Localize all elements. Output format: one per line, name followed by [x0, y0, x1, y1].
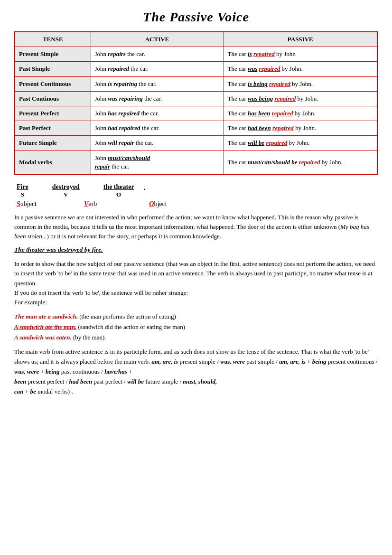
bp-am-are-is: am, are, is [152, 358, 178, 365]
tense-present-continuous: Present Continuous [15, 76, 91, 91]
svo-o-red: O [149, 200, 154, 207]
svo-theater-word: the theater [103, 183, 134, 191]
passive-modal: The car must/can/should be repaired by J… [224, 151, 377, 174]
table-row: Past Perfect John had repaired the car. … [15, 121, 377, 136]
order-explanation: In order to show that the new subject of… [14, 259, 378, 307]
svo-words-row: Fire S destroyed V the theater O . [17, 183, 378, 198]
bp-was-were: was, were [219, 358, 245, 365]
svo-theater: the theater O [103, 183, 134, 198]
table-row: Present Continuous John is repairing the… [15, 76, 377, 91]
ex3-desc: (by the man). [73, 334, 106, 341]
ex3-passive: A sandwich was eaten. [14, 334, 72, 341]
order-text: In order to show that the new subject of… [14, 260, 375, 286]
svo-subject-label: Subject [17, 200, 37, 208]
tense-past-continuous: Past Continous [15, 91, 91, 106]
tense-future-simple: Future Simple [15, 136, 91, 151]
bp-8: modal verbs) . [36, 388, 73, 395]
svo-v-letter: V [52, 191, 80, 198]
svo-period: . [144, 184, 146, 192]
tense-past-simple: Past Simple [15, 62, 91, 76]
ex1-desc: (the man performs the action of eating) [79, 313, 176, 320]
example-1: The man ate a sandwich. (the man perform… [14, 312, 378, 321]
theater-example-line: The theater was destroyed by fire. [14, 246, 378, 254]
col-passive: PASSIVE [224, 32, 377, 47]
bp-being2: + being [40, 368, 59, 375]
bp-had-been: had been [69, 378, 93, 385]
bp-must: must, should, [183, 378, 217, 385]
bp-are2: are, [290, 358, 300, 365]
svo-destroyed: destroyed V [52, 183, 80, 198]
passive-present-perfect: The car has been repaired by John. [224, 106, 377, 121]
svo-s-letter: S [17, 191, 28, 198]
passive-present-continuous: The car is being repaired by John. [224, 76, 377, 91]
active-past-simple: John repaired the car. [91, 62, 224, 76]
ex2-desc: (sandwich did the action of eating the m… [78, 323, 185, 330]
theater-passive-sentence: The theater was destroyed by fire. [14, 246, 378, 254]
svo-fire: Fire S [17, 183, 28, 198]
bp-will-be: will be [127, 378, 144, 385]
active-past-perfect: John had repaired the car. [91, 121, 224, 136]
active-present-perfect: John has repaired the car. [91, 106, 224, 121]
col-active: ACTIVE [91, 32, 224, 47]
table-row: Modal verbs John must/can/shouldrepair t… [15, 151, 377, 174]
passive-past-perfect: The car had been repaired by John. [224, 121, 377, 136]
ex1-red: The man ate a sandwich. [14, 313, 78, 320]
svo-destroyed-word: destroyed [52, 183, 80, 191]
bp-havhas: have/has + [104, 368, 132, 375]
ex2-strike: A sandwich ate the man. [14, 323, 76, 330]
svo-labels-row: Subject Verb Object [17, 200, 378, 208]
table-row: Past Continous John was repairing the ca… [15, 91, 377, 106]
bp-3: present continuous / [326, 358, 377, 365]
example-3: A sandwich was eaten. (by the man). [14, 333, 378, 342]
active-present-continuous: John is repairing the car. [91, 76, 224, 91]
bp-is2: is [301, 358, 306, 365]
tense-modal: Modal verbs [15, 151, 91, 174]
col-tense: TENSE [15, 32, 91, 47]
svo-object-label: Object [149, 200, 167, 208]
active-present-simple: John repairs the car. [91, 47, 224, 62]
svo-s-red: S [17, 200, 20, 207]
svo-subject-text: ubject [20, 200, 37, 207]
bottom-paragraph: The main verb from active sentence is in… [14, 347, 378, 396]
svo-verb-label: Verb [84, 200, 97, 208]
bp-6: past perfect / [92, 378, 127, 385]
active-future-simple: John will repair the car. [91, 136, 224, 151]
bp-7: future simple / [144, 378, 183, 385]
bp-am2: am, [279, 358, 289, 365]
exp-text-1: In a passive sentence we are not interes… [14, 214, 358, 230]
bp-being: + being [307, 358, 326, 365]
table-row: Present Perfect John has repaired the ca… [15, 106, 377, 121]
bp-1: present simple / [178, 358, 219, 365]
bp-2: past simple / [245, 358, 279, 365]
bp-was2: was, were [14, 368, 39, 375]
svo-o-letter: O [103, 191, 134, 198]
exp-text-2: ) or it is not relevant for the story, o… [47, 233, 221, 240]
tense-past-perfect: Past Perfect [15, 121, 91, 136]
bp-4: past continuous / [60, 368, 105, 375]
explanation-paragraph-1: In a passive sentence we are not interes… [14, 213, 378, 241]
if-text: If you do not insert the verb 'to be', t… [14, 289, 188, 296]
svo-fire-word: Fire [17, 183, 28, 191]
table-row: Future Simple John will repair the car. … [15, 136, 377, 151]
tense-present-perfect: Present Perfect [15, 106, 91, 121]
svo-object-text: bject [154, 200, 167, 207]
svo-diagram: Fire S destroyed V the theater O . Subje… [17, 183, 378, 208]
passive-future-simple: The car will be repaired by John. [224, 136, 377, 151]
bp-can-be: can + be [14, 388, 36, 395]
active-past-continuous: John was repairing the car. [91, 91, 224, 106]
table-row: Past Simple John repaired the car. The c… [15, 62, 377, 76]
example-2: A sandwich ate the man. (sandwich did th… [14, 322, 378, 332]
bp-5: present perfect / [26, 378, 69, 385]
svo-v-red: V [84, 200, 88, 207]
examples-block: The man ate a sandwich. (the man perform… [14, 312, 378, 342]
passive-past-simple: The car was repaired by John. [224, 62, 377, 76]
svo-verb-text: erb [88, 200, 97, 207]
active-modal: John must/can/shouldrepair the car. [91, 151, 224, 174]
for-example: For example: [14, 299, 47, 306]
grammar-table: TENSE ACTIVE PASSIVE Present Simple John… [14, 31, 378, 175]
tense-present-simple: Present Simple [15, 47, 91, 62]
passive-present-simple: The car is repaired by John [224, 47, 377, 62]
bp-been: been [14, 378, 26, 385]
passive-past-continuous: The car was being repaired by John. [224, 91, 377, 106]
table-row: Present Simple John repairs the car. The… [15, 47, 377, 62]
